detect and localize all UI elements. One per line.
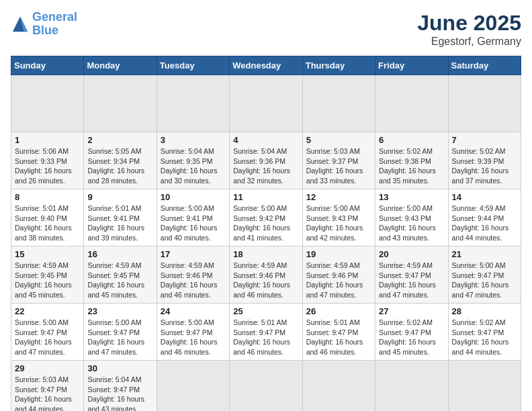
calendar-cell: 18Sunrise: 4:59 AM Sunset: 9:46 PM Dayli… (230, 246, 302, 304)
day-info: Sunrise: 5:02 AM Sunset: 9:47 PM Dayligh… (452, 318, 517, 357)
day-number: 7 (452, 135, 517, 145)
page-header: General Blue June 2025 Egestorf, Germany (11, 11, 521, 48)
weekday-header: Wednesday (230, 56, 302, 75)
day-info: Sunrise: 5:01 AM Sunset: 9:47 PM Dayligh… (306, 318, 371, 357)
day-number: 11 (233, 192, 298, 202)
calendar-cell: 17Sunrise: 4:59 AM Sunset: 9:46 PM Dayli… (157, 246, 229, 304)
calendar-cell: 19Sunrise: 4:59 AM Sunset: 9:46 PM Dayli… (302, 246, 375, 304)
weekday-header: Friday (375, 56, 448, 75)
calendar-cell: 20Sunrise: 4:59 AM Sunset: 9:47 PM Dayli… (375, 246, 448, 304)
day-number: 10 (161, 192, 226, 202)
day-number: 3 (161, 135, 226, 145)
calendar-cell: 13Sunrise: 5:00 AM Sunset: 9:43 PM Dayli… (375, 189, 448, 246)
calendar-week-row: 8Sunrise: 5:01 AM Sunset: 9:40 PM Daylig… (11, 189, 521, 246)
day-info: Sunrise: 5:00 AM Sunset: 9:42 PM Dayligh… (233, 203, 298, 243)
day-info: Sunrise: 4:59 AM Sunset: 9:46 PM Dayligh… (306, 261, 371, 300)
day-info: Sunrise: 5:00 AM Sunset: 9:47 PM Dayligh… (87, 318, 152, 357)
day-number: 30 (87, 363, 152, 373)
weekday-header: Monday (84, 56, 157, 75)
calendar-cell: 7Sunrise: 5:02 AM Sunset: 9:39 PM Daylig… (448, 132, 521, 189)
calendar-cell (84, 75, 157, 132)
day-number: 21 (452, 249, 517, 259)
calendar-cell: 10Sunrise: 5:00 AM Sunset: 9:41 PM Dayli… (157, 189, 229, 246)
logo: General Blue (11, 11, 77, 38)
month-title: June 2025 (417, 11, 521, 36)
day-info: Sunrise: 5:00 AM Sunset: 9:43 PM Dayligh… (379, 203, 444, 243)
day-info: Sunrise: 5:04 AM Sunset: 9:35 PM Dayligh… (161, 146, 226, 186)
day-info: Sunrise: 5:01 AM Sunset: 9:40 PM Dayligh… (15, 203, 80, 243)
calendar-cell: 28Sunrise: 5:02 AM Sunset: 9:47 PM Dayli… (448, 304, 521, 361)
weekday-header: Sunday (11, 56, 84, 75)
calendar-cell (230, 361, 302, 412)
day-number: 9 (87, 192, 152, 202)
calendar-week-row: 22Sunrise: 5:00 AM Sunset: 9:47 PM Dayli… (11, 304, 521, 361)
calendar-table: SundayMondayTuesdayWednesdayThursdayFrid… (11, 56, 521, 411)
calendar-cell: 21Sunrise: 5:00 AM Sunset: 9:47 PM Dayli… (448, 246, 521, 304)
day-info: Sunrise: 4:59 AM Sunset: 9:45 PM Dayligh… (15, 261, 80, 300)
location-title: Egestorf, Germany (417, 36, 521, 48)
day-number: 22 (15, 306, 80, 316)
calendar-cell: 30Sunrise: 5:04 AM Sunset: 9:47 PM Dayli… (84, 361, 157, 412)
day-number: 26 (306, 306, 371, 316)
calendar-cell: 25Sunrise: 5:01 AM Sunset: 9:47 PM Dayli… (230, 304, 302, 361)
calendar-cell: 29Sunrise: 5:03 AM Sunset: 9:47 PM Dayli… (11, 361, 84, 412)
day-info: Sunrise: 5:03 AM Sunset: 9:47 PM Dayligh… (15, 375, 80, 411)
day-info: Sunrise: 5:03 AM Sunset: 9:37 PM Dayligh… (306, 146, 371, 186)
day-number: 12 (306, 192, 371, 202)
day-number: 14 (452, 192, 517, 202)
day-info: Sunrise: 5:05 AM Sunset: 9:34 PM Dayligh… (87, 146, 152, 186)
day-number: 20 (379, 249, 444, 259)
day-number: 18 (233, 249, 298, 259)
weekday-header: Thursday (302, 56, 375, 75)
calendar-week-row: 1Sunrise: 5:06 AM Sunset: 9:33 PM Daylig… (11, 132, 521, 189)
logo-text: General Blue (32, 11, 77, 38)
day-number: 4 (233, 135, 298, 145)
calendar-cell: 23Sunrise: 5:00 AM Sunset: 9:47 PM Dayli… (84, 304, 157, 361)
day-number: 27 (379, 306, 444, 316)
day-info: Sunrise: 5:06 AM Sunset: 9:33 PM Dayligh… (15, 146, 80, 186)
calendar-cell (157, 361, 229, 412)
day-number: 13 (379, 192, 444, 202)
day-info: Sunrise: 5:00 AM Sunset: 9:47 PM Dayligh… (15, 318, 80, 357)
calendar-cell (448, 361, 521, 412)
logo-icon (11, 15, 30, 34)
day-info: Sunrise: 5:01 AM Sunset: 9:41 PM Dayligh… (87, 203, 152, 243)
day-number: 8 (15, 192, 80, 202)
calendar-cell: 27Sunrise: 5:02 AM Sunset: 9:47 PM Dayli… (375, 304, 448, 361)
day-info: Sunrise: 5:01 AM Sunset: 9:47 PM Dayligh… (233, 318, 298, 357)
day-info: Sunrise: 5:00 AM Sunset: 9:43 PM Dayligh… (306, 203, 371, 243)
day-number: 6 (379, 135, 444, 145)
day-number: 23 (87, 306, 152, 316)
calendar-cell (375, 75, 448, 132)
calendar-cell (375, 361, 448, 412)
day-number: 1 (15, 135, 80, 145)
calendar-cell: 1Sunrise: 5:06 AM Sunset: 9:33 PM Daylig… (11, 132, 84, 189)
day-number: 17 (161, 249, 226, 259)
day-info: Sunrise: 5:02 AM Sunset: 9:38 PM Dayligh… (379, 146, 444, 186)
day-info: Sunrise: 4:59 AM Sunset: 9:47 PM Dayligh… (379, 261, 444, 300)
day-info: Sunrise: 5:00 AM Sunset: 9:47 PM Dayligh… (452, 261, 517, 300)
logo-blue: Blue (32, 24, 58, 37)
calendar-week-row: 15Sunrise: 4:59 AM Sunset: 9:45 PM Dayli… (11, 246, 521, 304)
calendar-cell: 4Sunrise: 5:04 AM Sunset: 9:36 PM Daylig… (230, 132, 302, 189)
day-info: Sunrise: 5:02 AM Sunset: 9:47 PM Dayligh… (379, 318, 444, 357)
calendar-cell: 8Sunrise: 5:01 AM Sunset: 9:40 PM Daylig… (11, 189, 84, 246)
day-info: Sunrise: 5:04 AM Sunset: 9:47 PM Dayligh… (87, 375, 152, 411)
weekday-header-row: SundayMondayTuesdayWednesdayThursdayFrid… (11, 56, 521, 75)
day-info: Sunrise: 5:00 AM Sunset: 9:41 PM Dayligh… (161, 203, 226, 243)
calendar-cell (230, 75, 302, 132)
weekday-header: Saturday (448, 56, 521, 75)
calendar-cell (11, 75, 84, 132)
calendar-cell (157, 75, 229, 132)
weekday-header: Tuesday (157, 56, 229, 75)
day-info: Sunrise: 5:02 AM Sunset: 9:39 PM Dayligh… (452, 146, 517, 186)
calendar-cell: 6Sunrise: 5:02 AM Sunset: 9:38 PM Daylig… (375, 132, 448, 189)
day-info: Sunrise: 5:00 AM Sunset: 9:47 PM Dayligh… (161, 318, 226, 357)
day-number: 5 (306, 135, 371, 145)
day-number: 15 (15, 249, 80, 259)
day-info: Sunrise: 4:59 AM Sunset: 9:45 PM Dayligh… (87, 261, 152, 300)
calendar-cell: 9Sunrise: 5:01 AM Sunset: 9:41 PM Daylig… (84, 189, 157, 246)
calendar-cell: 14Sunrise: 4:59 AM Sunset: 9:44 PM Dayli… (448, 189, 521, 246)
calendar-cell: 16Sunrise: 4:59 AM Sunset: 9:45 PM Dayli… (84, 246, 157, 304)
day-number: 2 (87, 135, 152, 145)
